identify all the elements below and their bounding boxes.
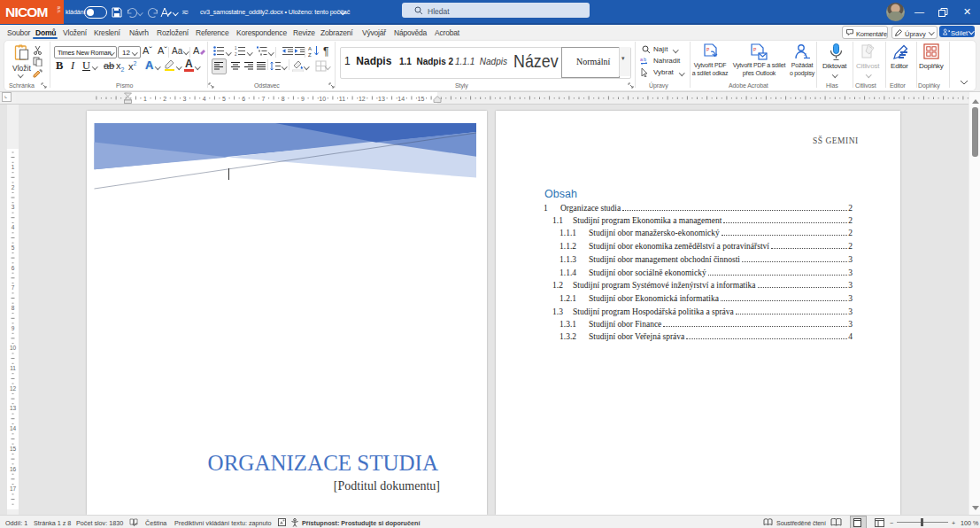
svg-text:8: 8 (282, 96, 285, 102)
svg-text:6: 6 (242, 96, 245, 102)
svg-text:4: 4 (12, 224, 15, 230)
svg-text:10: 10 (10, 345, 17, 351)
svg-text:A: A (308, 46, 312, 51)
svg-text:5: 5 (12, 245, 15, 251)
svg-text:P: P (706, 47, 710, 52)
svg-text:b: b (644, 57, 646, 62)
svg-text:6: 6 (12, 265, 15, 271)
svg-text:5: 5 (222, 96, 226, 102)
svg-text:7: 7 (262, 96, 266, 102)
svg-text:15: 15 (418, 96, 425, 102)
svg-text:2: 2 (235, 52, 237, 57)
svg-text:7: 7 (12, 284, 15, 291)
svg-text:P: P (753, 47, 757, 52)
svg-text:1: 1 (12, 164, 15, 170)
svg-text:11: 11 (10, 365, 16, 371)
svg-text:14: 14 (397, 96, 405, 102)
svg-text:2: 2 (12, 184, 15, 190)
svg-text:3: 3 (183, 96, 187, 102)
svg-text:14: 14 (10, 425, 17, 431)
svg-text:9: 9 (301, 96, 305, 102)
svg-text:1: 1 (143, 96, 147, 102)
svg-text:15: 15 (10, 446, 17, 452)
svg-text:1: 1 (235, 46, 237, 50)
svg-text:11: 11 (339, 96, 345, 102)
svg-text:13: 13 (10, 405, 17, 411)
svg-text:12: 12 (359, 96, 366, 102)
svg-text:16: 16 (10, 466, 17, 472)
svg-text:13: 13 (378, 96, 385, 102)
svg-text:8: 8 (12, 305, 15, 311)
svg-text:4: 4 (203, 96, 206, 102)
svg-text:2: 2 (163, 96, 166, 102)
svg-text:Z: Z (308, 52, 312, 57)
svg-text:3: 3 (12, 204, 15, 210)
svg-text:9: 9 (12, 325, 15, 331)
svg-text:12: 12 (10, 385, 17, 392)
svg-text:10: 10 (319, 96, 326, 102)
svg-text:17: 17 (10, 485, 17, 492)
